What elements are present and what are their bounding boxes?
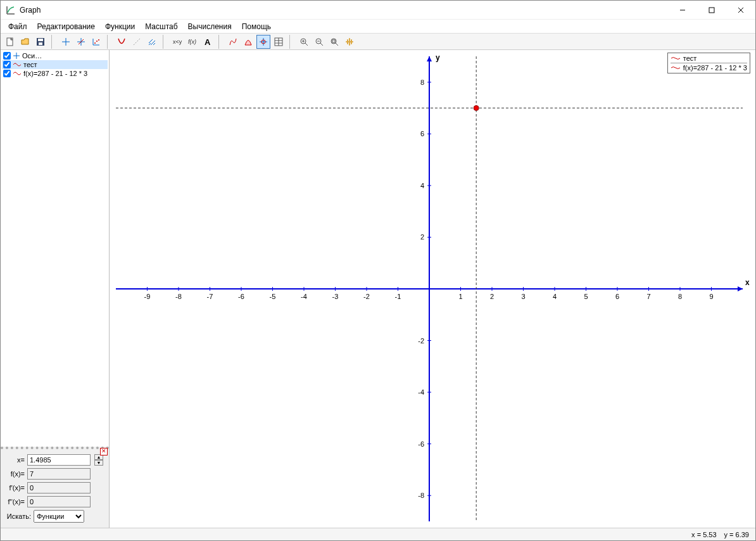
hatching-icon[interactable] [145, 35, 159, 49]
tree-checkbox-axes[interactable] [3, 52, 11, 60]
bell-icon[interactable] [241, 35, 255, 49]
svg-text:5: 5 [584, 293, 588, 300]
coordinate-plane: xy-9-8-7-6-5-4-3-2-1123456789-8-6-4-2246… [110, 50, 755, 528]
svg-text:-6: -6 [238, 293, 244, 300]
x-input[interactable] [27, 454, 91, 466]
menubar: Файл Редактирование Функции Масштаб Вычи… [1, 20, 755, 34]
close-panel-icon[interactable]: ✕ [100, 448, 108, 455]
svg-rect-6 [38, 39, 43, 41]
statusbar: x = 5.53 y = 6.39 [1, 528, 755, 540]
menu-zoom[interactable]: Масштаб [141, 21, 181, 32]
svg-text:2: 2 [490, 293, 494, 300]
axes-icon[interactable] [59, 35, 73, 49]
tree-label-axes: Оси… [22, 52, 42, 60]
trace-icon[interactable] [256, 35, 270, 49]
parabola-icon[interactable] [115, 35, 129, 49]
curve-icon[interactable] [226, 35, 240, 49]
wave-small-icon [13, 70, 22, 77]
x-spinner[interactable]: ▲ ▼ [94, 454, 103, 466]
svg-point-16 [98, 39, 99, 41]
svg-text:-8: -8 [418, 492, 424, 499]
status-x: x = 5.53 [691, 531, 716, 538]
svg-text:-5: -5 [270, 293, 276, 300]
svg-point-14 [94, 42, 96, 44]
menu-functions[interactable]: Функции [101, 21, 139, 32]
spin-down-icon[interactable]: ▼ [94, 460, 103, 466]
graph-canvas[interactable]: xy-9-8-7-6-5-4-3-2-1123456789-8-6-4-2246… [110, 50, 755, 528]
svg-text:-6: -6 [418, 440, 424, 448]
close-button[interactable] [726, 1, 755, 20]
tree-item-test[interactable]: тест [2, 60, 108, 69]
svg-line-17 [134, 39, 140, 45]
svg-text:A: A [205, 37, 211, 47]
status-y: y = 6.39 [724, 531, 749, 538]
menu-edit[interactable]: Редактирование [34, 21, 99, 32]
toolbar: x<y f(x) A [1, 34, 755, 50]
legend-row: f(x)=287 - 21 - 12 * 3 [671, 63, 747, 72]
svg-text:f(x): f(x) [188, 39, 196, 45]
svg-text:8: 8 [678, 293, 682, 300]
zoom-out-icon[interactable] [312, 35, 326, 49]
menu-calc[interactable]: Вычисления [184, 21, 236, 32]
tree-label-fn: f(x)=287 - 21 - 12 * 3 [23, 70, 87, 77]
svg-text:-4: -4 [418, 388, 424, 396]
svg-rect-7 [39, 42, 42, 45]
svg-text:-3: -3 [332, 293, 339, 300]
f2x-output [27, 496, 91, 507]
svg-point-35 [331, 39, 336, 44]
f1x-label: f'(x)= [3, 484, 25, 492]
titlebar: Graph [1, 1, 755, 20]
main-area: Оси… тест f(x)=287 - 21 - 12 * 3 ✕ x= ▲ [1, 50, 755, 528]
eval-panel: ✕ x= ▲ ▼ f(x)= f'(x)= f''(x)= [1, 447, 109, 528]
tree-checkbox-fn[interactable] [3, 70, 11, 77]
function-tree[interactable]: Оси… тест f(x)=287 - 21 - 12 * 3 [1, 50, 109, 447]
f1x-output [27, 482, 91, 493]
window-title: Graph [20, 6, 41, 15]
svg-point-98 [474, 106, 479, 111]
svg-text:-9: -9 [144, 293, 151, 300]
text-icon[interactable]: A [201, 35, 215, 49]
line-icon[interactable] [130, 35, 144, 49]
svg-text:2: 2 [420, 233, 424, 241]
open-file-icon[interactable] [18, 35, 32, 49]
svg-text:x: x [745, 278, 750, 287]
svg-point-15 [96, 41, 98, 42]
svg-text:y: y [436, 53, 440, 62]
svg-text:3: 3 [521, 293, 525, 300]
legend-label-2: f(x)=287 - 21 - 12 * 3 [683, 64, 747, 72]
table-icon[interactable] [272, 35, 286, 49]
wave-small-icon [13, 61, 22, 68]
function-icon[interactable]: f(x) [186, 35, 199, 49]
legend-label-1: тест [683, 54, 697, 62]
tree-checkbox-test[interactable] [3, 61, 11, 68]
menu-file[interactable]: Файл [4, 21, 31, 32]
svg-text:-4: -4 [301, 293, 307, 300]
new-file-icon[interactable] [3, 35, 17, 49]
fx-output [27, 468, 91, 480]
search-label: Искать: [3, 512, 31, 520]
tree-item-fn[interactable]: f(x)=287 - 21 - 12 * 3 [2, 69, 108, 78]
save-file-icon[interactable] [34, 35, 47, 49]
axes-plot-icon[interactable] [89, 35, 103, 49]
legend[interactable]: тест f(x)=287 - 21 - 12 * 3 [667, 53, 750, 73]
axes-cross-icon[interactable] [74, 35, 88, 49]
svg-text:-2: -2 [363, 293, 370, 300]
svg-text:4: 4 [420, 182, 424, 189]
pan-icon[interactable] [343, 35, 356, 49]
minimize-button[interactable] [668, 1, 697, 20]
maximize-button[interactable] [697, 1, 726, 20]
svg-text:-1: -1 [395, 293, 401, 300]
menu-help[interactable]: Помощь [238, 21, 275, 32]
zoom-fit-icon[interactable] [327, 35, 341, 49]
search-select[interactable]: Функции [34, 510, 84, 523]
zoom-in-icon[interactable] [297, 35, 311, 49]
left-pane: Оси… тест f(x)=287 - 21 - 12 * 3 ✕ x= ▲ [1, 50, 110, 528]
tree-label-test: тест [23, 61, 37, 68]
svg-text:-8: -8 [175, 293, 182, 300]
svg-text:6: 6 [615, 293, 619, 300]
svg-line-29 [305, 43, 308, 46]
svg-line-33 [320, 43, 323, 46]
x-label: x= [3, 456, 25, 464]
inequality-icon[interactable]: x<y [170, 35, 184, 49]
tree-item-axes[interactable]: Оси… [2, 51, 108, 60]
